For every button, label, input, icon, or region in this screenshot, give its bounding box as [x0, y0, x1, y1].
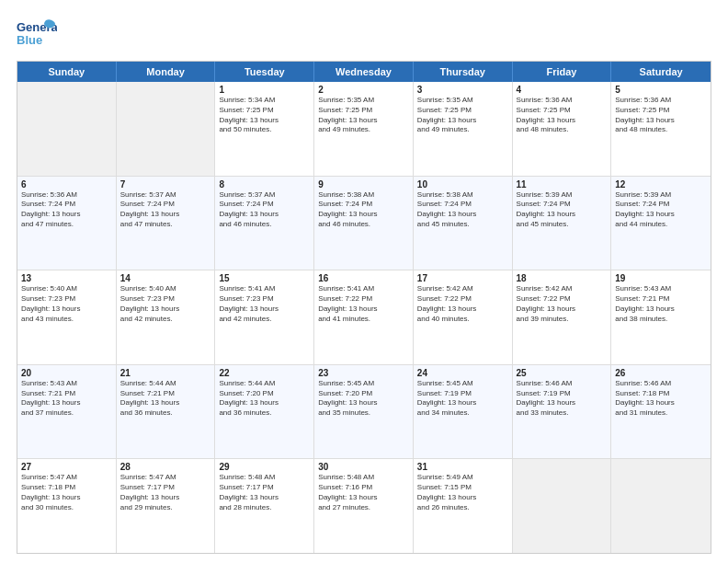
day-number: 31	[417, 462, 508, 472]
day-cell: 10Sunrise: 5:38 AM Sunset: 7:24 PM Dayli…	[414, 177, 513, 270]
day-info: Sunrise: 5:34 AM Sunset: 7:25 PM Dayligh…	[219, 96, 310, 135]
day-cell: 30Sunrise: 5:48 AM Sunset: 7:16 PM Dayli…	[314, 459, 414, 553]
day-info: Sunrise: 5:44 AM Sunset: 7:20 PM Dayligh…	[219, 379, 310, 419]
day-header-wednesday: Wednesday	[314, 62, 414, 82]
day-cell	[611, 459, 711, 553]
day-number: 5	[615, 85, 707, 95]
day-cell: 31Sunrise: 5:49 AM Sunset: 7:15 PM Dayli…	[414, 459, 513, 553]
day-number: 9	[318, 179, 409, 190]
day-info: Sunrise: 5:48 AM Sunset: 7:17 PM Dayligh…	[219, 473, 310, 512]
day-info: Sunrise: 5:36 AM Sunset: 7:25 PM Dayligh…	[517, 96, 608, 135]
day-info: Sunrise: 5:37 AM Sunset: 7:24 PM Dayligh…	[219, 190, 310, 230]
calendar: SundayMondayTuesdayWednesdayThursdayFrid…	[17, 61, 711, 554]
day-cell: 7Sunrise: 5:37 AM Sunset: 7:24 PM Daylig…	[117, 177, 216, 270]
day-info: Sunrise: 5:42 AM Sunset: 7:22 PM Dayligh…	[417, 284, 508, 324]
day-number: 19	[615, 273, 707, 283]
day-cell: 28Sunrise: 5:47 AM Sunset: 7:17 PM Dayli…	[117, 459, 216, 553]
week-row-4: 20Sunrise: 5:43 AM Sunset: 7:21 PM Dayli…	[17, 364, 711, 459]
day-cell: 16Sunrise: 5:41 AM Sunset: 7:22 PM Dayli…	[314, 270, 414, 364]
day-info: Sunrise: 5:41 AM Sunset: 7:22 PM Dayligh…	[318, 284, 409, 324]
day-cell: 15Sunrise: 5:41 AM Sunset: 7:23 PM Dayli…	[215, 270, 314, 364]
day-info: Sunrise: 5:36 AM Sunset: 7:24 PM Dayligh…	[21, 190, 112, 230]
day-cell	[117, 82, 216, 176]
day-cell	[17, 82, 117, 176]
day-cell: 27Sunrise: 5:47 AM Sunset: 7:18 PM Dayli…	[17, 459, 117, 553]
day-number: 22	[219, 368, 310, 378]
day-cell: 5Sunrise: 5:36 AM Sunset: 7:25 PM Daylig…	[611, 82, 711, 176]
day-info: Sunrise: 5:47 AM Sunset: 7:17 PM Dayligh…	[120, 473, 211, 512]
day-header-tuesday: Tuesday	[215, 62, 314, 82]
day-number: 26	[615, 368, 707, 378]
day-number: 25	[517, 368, 608, 378]
day-info: Sunrise: 5:36 AM Sunset: 7:25 PM Dayligh…	[615, 96, 707, 135]
day-number: 6	[21, 179, 112, 190]
day-cell: 9Sunrise: 5:38 AM Sunset: 7:24 PM Daylig…	[314, 177, 414, 270]
day-cell: 23Sunrise: 5:45 AM Sunset: 7:20 PM Dayli…	[314, 365, 414, 459]
day-info: Sunrise: 5:39 AM Sunset: 7:24 PM Dayligh…	[615, 190, 707, 230]
week-row-1: 1Sunrise: 5:34 AM Sunset: 7:25 PM Daylig…	[17, 82, 711, 176]
day-cell: 17Sunrise: 5:42 AM Sunset: 7:22 PM Dayli…	[414, 270, 513, 364]
day-info: Sunrise: 5:46 AM Sunset: 7:18 PM Dayligh…	[615, 379, 707, 419]
day-cell: 25Sunrise: 5:46 AM Sunset: 7:19 PM Dayli…	[513, 365, 612, 459]
day-number: 14	[120, 273, 211, 283]
day-number: 27	[21, 462, 112, 472]
day-cell: 6Sunrise: 5:36 AM Sunset: 7:24 PM Daylig…	[17, 177, 117, 270]
logo: General Blue	[17, 17, 57, 52]
week-row-2: 6Sunrise: 5:36 AM Sunset: 7:24 PM Daylig…	[17, 176, 711, 270]
day-info: Sunrise: 5:43 AM Sunset: 7:21 PM Dayligh…	[615, 284, 707, 324]
day-cell: 13Sunrise: 5:40 AM Sunset: 7:23 PM Dayli…	[17, 270, 117, 364]
page: General Blue SundayMondayTuesdayWednesda…	[0, 0, 728, 563]
day-header-friday: Friday	[513, 62, 612, 82]
day-cell: 11Sunrise: 5:39 AM Sunset: 7:24 PM Dayli…	[513, 177, 612, 270]
day-number: 4	[517, 85, 608, 95]
calendar-body: 1Sunrise: 5:34 AM Sunset: 7:25 PM Daylig…	[17, 82, 711, 553]
day-info: Sunrise: 5:45 AM Sunset: 7:20 PM Dayligh…	[318, 379, 409, 419]
day-number: 10	[417, 179, 508, 190]
day-info: Sunrise: 5:43 AM Sunset: 7:21 PM Dayligh…	[21, 379, 112, 419]
day-number: 28	[120, 462, 211, 472]
day-number: 17	[417, 273, 508, 283]
day-info: Sunrise: 5:46 AM Sunset: 7:19 PM Dayligh…	[517, 379, 608, 419]
day-cell: 4Sunrise: 5:36 AM Sunset: 7:25 PM Daylig…	[513, 82, 612, 176]
day-cell: 26Sunrise: 5:46 AM Sunset: 7:18 PM Dayli…	[611, 365, 711, 459]
day-header-monday: Monday	[117, 62, 216, 82]
logo-icon: General Blue	[17, 17, 57, 52]
day-cell: 24Sunrise: 5:45 AM Sunset: 7:19 PM Dayli…	[414, 365, 513, 459]
day-info: Sunrise: 5:38 AM Sunset: 7:24 PM Dayligh…	[417, 190, 508, 230]
day-cell: 22Sunrise: 5:44 AM Sunset: 7:20 PM Dayli…	[215, 365, 314, 459]
day-number: 12	[615, 179, 707, 190]
day-info: Sunrise: 5:48 AM Sunset: 7:16 PM Dayligh…	[318, 473, 409, 512]
day-info: Sunrise: 5:35 AM Sunset: 7:25 PM Dayligh…	[417, 96, 508, 135]
day-info: Sunrise: 5:40 AM Sunset: 7:23 PM Dayligh…	[120, 284, 211, 324]
day-cell: 20Sunrise: 5:43 AM Sunset: 7:21 PM Dayli…	[17, 365, 117, 459]
day-info: Sunrise: 5:35 AM Sunset: 7:25 PM Dayligh…	[318, 96, 409, 135]
day-number: 16	[318, 273, 409, 283]
svg-text:Blue: Blue	[17, 33, 42, 47]
day-info: Sunrise: 5:47 AM Sunset: 7:18 PM Dayligh…	[21, 473, 112, 512]
day-number: 20	[21, 368, 112, 378]
day-headers: SundayMondayTuesdayWednesdayThursdayFrid…	[17, 62, 711, 82]
day-number: 30	[318, 462, 409, 472]
day-info: Sunrise: 5:39 AM Sunset: 7:24 PM Dayligh…	[517, 190, 608, 230]
day-info: Sunrise: 5:40 AM Sunset: 7:23 PM Dayligh…	[21, 284, 112, 324]
day-cell: 19Sunrise: 5:43 AM Sunset: 7:21 PM Dayli…	[611, 270, 711, 364]
day-number: 1	[219, 85, 310, 95]
day-cell: 2Sunrise: 5:35 AM Sunset: 7:25 PM Daylig…	[314, 82, 414, 176]
day-info: Sunrise: 5:41 AM Sunset: 7:23 PM Dayligh…	[219, 284, 310, 324]
day-cell	[513, 459, 612, 553]
day-cell: 12Sunrise: 5:39 AM Sunset: 7:24 PM Dayli…	[611, 177, 711, 270]
day-cell: 29Sunrise: 5:48 AM Sunset: 7:17 PM Dayli…	[215, 459, 314, 553]
day-info: Sunrise: 5:42 AM Sunset: 7:22 PM Dayligh…	[517, 284, 608, 324]
day-cell: 18Sunrise: 5:42 AM Sunset: 7:22 PM Dayli…	[513, 270, 612, 364]
week-row-3: 13Sunrise: 5:40 AM Sunset: 7:23 PM Dayli…	[17, 270, 711, 364]
day-number: 15	[219, 273, 310, 283]
day-number: 29	[219, 462, 310, 472]
day-number: 23	[318, 368, 409, 378]
day-cell: 3Sunrise: 5:35 AM Sunset: 7:25 PM Daylig…	[414, 82, 513, 176]
day-info: Sunrise: 5:38 AM Sunset: 7:24 PM Dayligh…	[318, 190, 409, 230]
week-row-5: 27Sunrise: 5:47 AM Sunset: 7:18 PM Dayli…	[17, 458, 711, 553]
day-number: 2	[318, 85, 409, 95]
day-number: 24	[417, 368, 508, 378]
header: General Blue	[17, 17, 711, 52]
day-info: Sunrise: 5:44 AM Sunset: 7:21 PM Dayligh…	[120, 379, 211, 419]
